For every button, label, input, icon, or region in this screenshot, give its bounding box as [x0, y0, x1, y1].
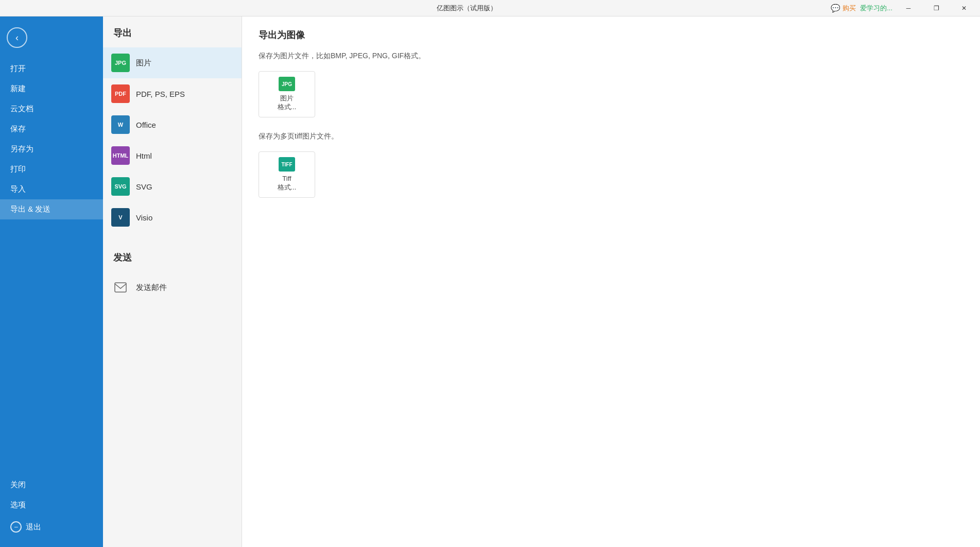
sidebar-label-save-as: 另存为	[10, 144, 33, 154]
tiff-card-label: Tiff格式...	[278, 175, 297, 192]
mid-item-office[interactable]: W Office	[103, 109, 242, 140]
send-email-item[interactable]: 发送邮件	[103, 272, 242, 303]
export-section-header: 导出	[103, 16, 242, 47]
send-email-label: 发送邮件	[136, 283, 167, 293]
mid-item-image-label: 图片	[136, 58, 151, 68]
sidebar-label-options: 选项	[10, 500, 26, 510]
svg-icon: SVG	[111, 177, 130, 196]
tiff-format-card[interactable]: TIFF Tiff格式...	[259, 151, 315, 198]
mid-item-svg-label: SVG	[136, 182, 152, 191]
mid-item-html[interactable]: HTML Html	[103, 140, 242, 171]
titlebar-right-actions: 💬 购买 爱学习的... ─ ❐ ✕	[831, 0, 980, 16]
exit-button[interactable]: − 退出	[0, 515, 103, 539]
buy-label: 购买	[843, 4, 856, 13]
format-cards-1: JPG 图片格式...	[259, 71, 964, 117]
sidebar-label-print: 打印	[10, 164, 26, 174]
visio-icon: V	[111, 208, 130, 227]
close-icon: ✕	[961, 5, 967, 12]
format-cards-2: TIFF Tiff格式...	[259, 151, 964, 198]
html-icon-text: HTML	[113, 152, 129, 159]
tiff-card-icon-text: TIFF	[281, 162, 292, 167]
content-description2: 保存为多页tiff图片文件。	[259, 132, 964, 141]
svg-icon-text: SVG	[114, 183, 126, 190]
sidebar-spacer	[0, 219, 103, 475]
mid-item-pdf[interactable]: PDF PDF, PS, EPS	[103, 78, 242, 109]
content-area: 导出为图像 保存为图片文件，比如BMP, JPEG, PNG, GIF格式。 J…	[242, 16, 980, 547]
jpg-card-label: 图片格式...	[278, 94, 297, 112]
svg-rect-0	[115, 283, 126, 292]
sidebar-item-save-as[interactable]: 另存为	[0, 139, 103, 159]
love-button[interactable]: 爱学习的...	[860, 4, 892, 13]
mid-panel: 导出 JPG 图片 PDF PDF, PS, EPS W Office HTML…	[103, 16, 242, 547]
sidebar-item-close[interactable]: 关闭	[0, 475, 103, 495]
jpg-icon-text: JPG	[115, 60, 126, 66]
content-description1: 保存为图片文件，比如BMP, JPEG, PNG, GIF格式。	[259, 52, 964, 61]
send-section-header: 发送	[103, 241, 242, 272]
love-label: 爱学习的...	[860, 4, 892, 12]
exit-label: 退出	[26, 522, 41, 532]
visio-icon-text: V	[118, 214, 122, 220]
sidebar-item-options[interactable]: 选项	[0, 495, 103, 515]
mid-item-office-label: Office	[136, 121, 156, 129]
mid-item-html-label: Html	[136, 151, 152, 160]
sidebar-label-open: 打开	[10, 64, 26, 74]
sidebar-item-export[interactable]: 导出 & 发送	[0, 199, 103, 219]
close-button[interactable]: ✕	[952, 0, 976, 16]
restore-button[interactable]: ❐	[924, 0, 948, 16]
html-icon: HTML	[111, 146, 130, 165]
restore-icon: ❐	[934, 5, 939, 12]
mid-item-visio-label: Visio	[136, 213, 152, 222]
buy-button[interactable]: 💬 购买	[831, 4, 856, 13]
main-layout: ‹ 打开 新建 云文档 保存 另存为 打印 导入 导出 & 发送 关闭	[0, 16, 980, 547]
chat-icon: 💬	[831, 4, 840, 13]
content-title: 导出为图像	[259, 29, 964, 41]
email-icon	[111, 278, 130, 297]
minimize-icon: ─	[906, 5, 911, 12]
sidebar: ‹ 打开 新建 云文档 保存 另存为 打印 导入 导出 & 发送 关闭	[0, 16, 103, 547]
jpg-icon: JPG	[111, 54, 130, 72]
tiff-card-icon: TIFF	[279, 157, 295, 172]
sidebar-item-save[interactable]: 保存	[0, 119, 103, 139]
mid-item-image[interactable]: JPG 图片	[103, 47, 242, 78]
word-icon: W	[111, 115, 130, 134]
exit-icon: −	[10, 521, 22, 533]
sidebar-item-import[interactable]: 导入	[0, 179, 103, 199]
pdf-icon-text: PDF	[115, 91, 126, 97]
jpg-card-icon-text: JPG	[282, 81, 292, 87]
send-section: 发送 发送邮件	[103, 241, 242, 303]
back-circle-icon: ‹	[7, 27, 27, 48]
sidebar-label-export: 导出 & 发送	[10, 204, 50, 214]
sidebar-item-open[interactable]: 打开	[0, 59, 103, 79]
back-button[interactable]: ‹	[4, 25, 30, 50]
mid-item-visio[interactable]: V Visio	[103, 202, 242, 233]
sidebar-item-print[interactable]: 打印	[0, 159, 103, 179]
titlebar-title: 亿图图示（试用版）	[103, 4, 831, 13]
sidebar-label-close: 关闭	[10, 480, 26, 490]
mid-item-svg[interactable]: SVG SVG	[103, 171, 242, 202]
jpg-card-icon: JPG	[279, 77, 295, 91]
mid-item-pdf-label: PDF, PS, EPS	[136, 90, 185, 98]
sidebar-item-new[interactable]: 新建	[0, 79, 103, 99]
sidebar-label-new: 新建	[10, 84, 26, 94]
titlebar: 亿图图示（试用版） 💬 购买 爱学习的... ─ ❐ ✕	[0, 0, 980, 16]
pdf-icon: PDF	[111, 84, 130, 103]
jpg-format-card[interactable]: JPG 图片格式...	[259, 71, 315, 117]
sidebar-label-save: 保存	[10, 124, 26, 134]
sidebar-item-cloud[interactable]: 云文档	[0, 99, 103, 119]
minimize-button[interactable]: ─	[897, 0, 920, 16]
sidebar-label-import: 导入	[10, 184, 26, 194]
word-icon-text: W	[118, 122, 123, 128]
sidebar-label-cloud: 云文档	[10, 104, 33, 114]
